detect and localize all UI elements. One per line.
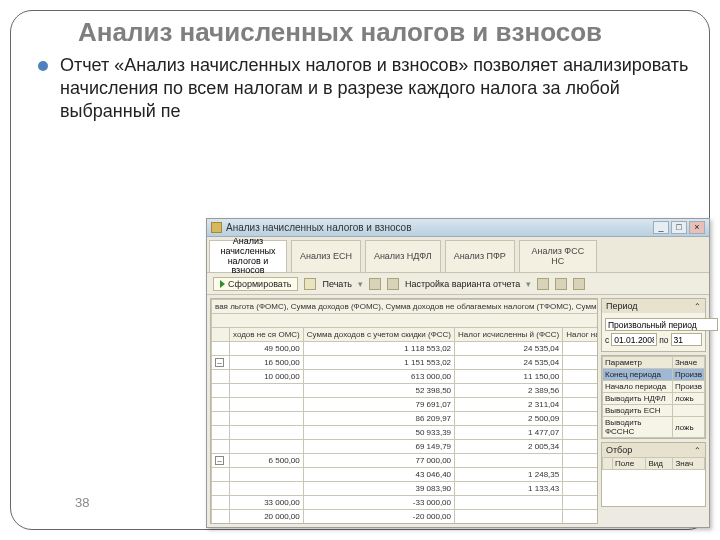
print-icon[interactable] (304, 278, 316, 290)
period-from-input[interactable] (611, 333, 657, 346)
filter-h2: Вид (646, 458, 673, 470)
cell: 1 133,43 (563, 482, 598, 496)
table-row[interactable]: 79 691,072 311,0479 691,0779 691,072 311… (212, 398, 599, 412)
tool-icon-4[interactable] (555, 278, 567, 290)
table-row[interactable]: 69 149,792 005,342 005,3469 149,79 (212, 440, 599, 454)
expand-toggle-icon[interactable]: – (215, 456, 224, 465)
tool-icon-3[interactable] (537, 278, 549, 290)
tab-main[interactable]: Анализ начисленных налогов и взносов (209, 240, 287, 272)
param-value: Произв (672, 369, 704, 381)
param-name: Выводить ФССНС (603, 417, 673, 438)
tool-icon-1[interactable] (369, 278, 381, 290)
tool-icon-2[interactable] (387, 278, 399, 290)
cell: 10 000,00 (230, 370, 304, 384)
filter-body[interactable] (602, 470, 705, 506)
cell: 13 000,00 (230, 524, 304, 525)
cell: 2 005,34 (455, 440, 563, 454)
cell: 20 000,00 (230, 510, 304, 524)
cell: 22 224,00 (563, 356, 598, 370)
cell (230, 412, 304, 426)
col-3: Налог начисленны й (ФСС) (563, 328, 598, 342)
cell: 1 118 553,02 (303, 342, 454, 356)
cell (230, 440, 304, 454)
cell: 16 500,00 (230, 356, 304, 370)
chevron-icon[interactable]: ⌃ (694, 302, 701, 311)
table-row[interactable]: 50 933,391 477,071 477,0750 933,39 (212, 426, 599, 440)
app-window: Анализ начисленных налогов и взносов _ □… (206, 218, 710, 528)
table-row[interactable]: 86 209,972 500,092 600,0986 209,97 (212, 412, 599, 426)
param-name: Выводить ЕСН (603, 405, 673, 417)
param-row[interactable]: Конец периодаПроизв (603, 369, 705, 381)
period-panel: Период⌃ с по (601, 298, 706, 352)
window-titlebar[interactable]: Анализ начисленных налогов и взносов _ □… (207, 219, 709, 237)
cell: 39 083,90 (303, 482, 454, 496)
tab-esn[interactable]: Анализ ЕСН (291, 240, 361, 272)
close-button[interactable]: × (689, 221, 705, 234)
tab-pfr[interactable]: Анализ ПФР (445, 240, 515, 272)
col-2: Налог исчисленны й (ФСС) (455, 328, 563, 342)
minimize-button[interactable]: _ (653, 221, 669, 234)
param-row[interactable]: Выводить НДФЛложь (603, 393, 705, 405)
cell: 11 150,00 (563, 370, 598, 384)
cell: 11 150,00 (455, 370, 563, 384)
maximize-button[interactable]: □ (671, 221, 687, 234)
cell (230, 482, 304, 496)
param-row[interactable]: Выводить ФССНСложь (603, 417, 705, 438)
table-row[interactable]: 43 046,401 248,351 248,3543 046,40 (212, 468, 599, 482)
table-row[interactable]: 39 083,901 133,431 133,43 (212, 482, 599, 496)
cell: 1 248,35 (455, 468, 563, 482)
cell: 1 151 553,02 (303, 356, 454, 370)
cell (455, 496, 563, 510)
cell (455, 454, 563, 468)
page-number: 38 (75, 495, 89, 510)
param-row[interactable]: Выводить ЕСН (603, 405, 705, 417)
cell (563, 496, 598, 510)
tool-icon-5[interactable] (573, 278, 585, 290)
table-row[interactable]: 13 000,00-13 000,00 (212, 524, 599, 525)
cell: 49 500,00 (230, 342, 304, 356)
cell: 77 000,00 (303, 454, 454, 468)
cell (563, 524, 598, 525)
table-row[interactable]: 49 500,001 118 553,0224 535,0479 691,071… (212, 342, 599, 356)
print-label[interactable]: Печать (322, 279, 351, 289)
cell (230, 398, 304, 412)
cell: 2 600,09 (563, 412, 598, 426)
to-label: по (659, 335, 668, 345)
cell: 2 389,56 (563, 384, 598, 398)
table-row[interactable]: 52 398,502 389,562 389,5652 398,50 (212, 384, 599, 398)
cell (230, 384, 304, 398)
table-row[interactable]: –16 500,001 151 553,0224 535,0422 224,00… (212, 356, 599, 370)
cell: 69 149,79 (303, 440, 454, 454)
cell (455, 510, 563, 524)
table-row[interactable]: 20 000,00-20 000,00 (212, 510, 599, 524)
tab-ndfl[interactable]: Анализ НДФЛ (365, 240, 441, 272)
cell: 24 535,04 (455, 356, 563, 370)
cell (455, 524, 563, 525)
cell: 79 691,07 (303, 398, 454, 412)
filter-h1: Поле (613, 458, 646, 470)
chevron-icon[interactable]: ⌃ (694, 446, 701, 455)
expand-toggle-icon[interactable]: – (215, 358, 224, 367)
report-grid[interactable]: вая льгота (ФОМС), Сумма доходов (ФОМС),… (210, 298, 598, 524)
form-button[interactable]: Сформировать (213, 277, 298, 291)
cell: 6 500,00 (230, 454, 304, 468)
table-row[interactable]: 33 000,00-33 000,00 (212, 496, 599, 510)
tab-bar: Анализ начисленных налогов и взносов Ана… (207, 237, 709, 273)
tab-fssns[interactable]: Анализ ФСС НС (519, 240, 597, 272)
period-mode-input[interactable] (605, 318, 718, 331)
period-to-input[interactable] (671, 333, 702, 346)
period-title: Период (606, 301, 638, 311)
col-1: Сумма доходов с учетом скидки (ФСС) (303, 328, 454, 342)
param-row[interactable]: Начало периодаПроизв (603, 381, 705, 393)
param-name: Выводить НДФЛ (603, 393, 673, 405)
toolbar: Сформировать Печать ▾ Настройка варианта… (207, 273, 709, 295)
cell (563, 398, 598, 412)
cell: 24 535,04 (455, 342, 563, 356)
table-row[interactable]: –6 500,0077 000,00 (212, 454, 599, 468)
table-row[interactable]: 10 000,00613 000,0011 150,0011 150,00563… (212, 370, 599, 384)
settings-label[interactable]: Настройка варианта отчета (405, 279, 520, 289)
cell: -20 000,00 (303, 510, 454, 524)
param-value: ложь (672, 417, 704, 438)
side-panel: Период⌃ с по ПараметрЗначе Коне (601, 298, 706, 524)
cell: 33 000,00 (230, 496, 304, 510)
